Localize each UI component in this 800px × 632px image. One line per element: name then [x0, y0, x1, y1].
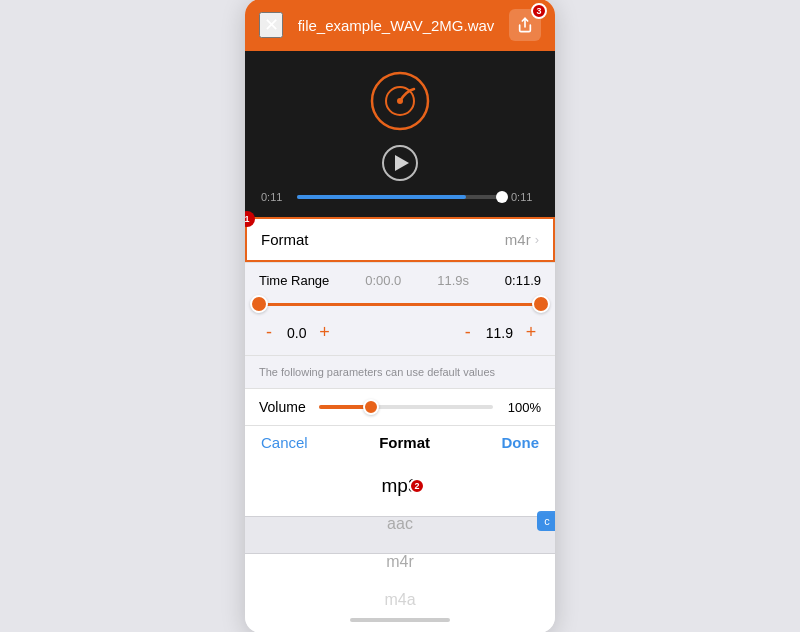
picker-title: Format: [379, 434, 430, 451]
right-minus-button[interactable]: -: [458, 322, 478, 343]
left-plus-button[interactable]: +: [314, 322, 334, 343]
svg-point-3: [397, 98, 403, 104]
left-stepper-value: 0.0: [287, 325, 306, 341]
picker-wheel[interactable]: mp3 2 aac m4r m4a c: [245, 459, 555, 611]
picker-selected-badge: 2: [409, 478, 425, 494]
close-button[interactable]: ✕: [259, 12, 283, 38]
progress-fill: [297, 195, 466, 199]
share-button-wrapper: 3: [509, 9, 541, 41]
progress-row: 0:11 0:11: [261, 191, 539, 203]
play-triangle-icon: [395, 155, 409, 171]
format-current-value: m4r: [505, 231, 531, 248]
time-total: 0:11: [511, 191, 539, 203]
format-value: m4r ›: [505, 231, 539, 248]
time-range-start: 0:00.0: [365, 273, 401, 288]
progress-thumb: [496, 191, 508, 203]
picker-item-m4a[interactable]: m4a: [245, 581, 555, 611]
music-icon: [370, 71, 430, 131]
range-thumb-left[interactable]: [250, 295, 268, 313]
picker-item-aac-label: aac: [387, 515, 413, 533]
left-minus-button[interactable]: -: [259, 322, 279, 343]
picker-item-m4r[interactable]: m4r: [245, 543, 555, 581]
player-section: 0:11 0:11: [245, 51, 555, 217]
time-range-mid: 11.9s: [437, 273, 469, 288]
volume-slider[interactable]: [319, 405, 493, 409]
time-range-header: Time Range 0:00.0 11.9s 0:11.9: [259, 273, 541, 288]
time-current: 0:11: [261, 191, 289, 203]
default-note-text: The following parameters can use default…: [259, 366, 495, 378]
picker-item-aac[interactable]: aac: [245, 505, 555, 543]
picker-item-mp3[interactable]: mp3 2: [245, 467, 555, 505]
right-plus-button[interactable]: +: [521, 322, 541, 343]
format-badge: 1: [245, 211, 255, 227]
time-range-end: 0:11.9: [505, 273, 541, 288]
default-note: The following parameters can use default…: [245, 355, 555, 388]
picker-done-button[interactable]: Done: [501, 434, 539, 451]
volume-label: Volume: [259, 399, 309, 415]
home-bar: [245, 611, 555, 632]
header: ✕ file_example_WAV_2MG.wav 3: [245, 0, 555, 51]
volume-percent: 100%: [503, 400, 541, 415]
range-slider[interactable]: [259, 294, 541, 314]
time-range-section: Time Range 0:00.0 11.9s 0:11.9 - 0.0 + -…: [245, 262, 555, 355]
picker-item-m4r-label: m4r: [386, 553, 414, 571]
volume-row: Volume 100%: [245, 388, 555, 425]
header-title: file_example_WAV_2MG.wav: [283, 17, 509, 34]
right-stepper-value: 11.9: [486, 325, 513, 341]
picker-header: Cancel Format Done: [245, 425, 555, 459]
format-row[interactable]: 1 Format m4r ›: [245, 217, 555, 262]
chevron-right-icon: ›: [535, 232, 539, 247]
range-track: [259, 303, 541, 306]
picker-cancel-button[interactable]: Cancel: [261, 434, 308, 451]
picker-items: mp3 2 aac m4r m4a: [245, 459, 555, 611]
picker-item-m4a-label: m4a: [384, 591, 415, 609]
phone-container: ✕ file_example_WAV_2MG.wav 3: [245, 0, 555, 632]
stepper-row: - 0.0 + - 11.9 +: [259, 318, 541, 351]
progress-bar[interactable]: [297, 195, 503, 199]
home-indicator: [350, 618, 450, 622]
share-badge: 3: [531, 3, 547, 19]
play-button[interactable]: [382, 145, 418, 181]
format-label: Format: [261, 231, 309, 248]
right-stepper: - 11.9 +: [458, 322, 541, 343]
range-thumb-right[interactable]: [532, 295, 550, 313]
volume-thumb[interactable]: [363, 399, 379, 415]
range-fill: [259, 303, 541, 306]
time-range-label: Time Range: [259, 273, 329, 288]
left-stepper: - 0.0 +: [259, 322, 334, 343]
